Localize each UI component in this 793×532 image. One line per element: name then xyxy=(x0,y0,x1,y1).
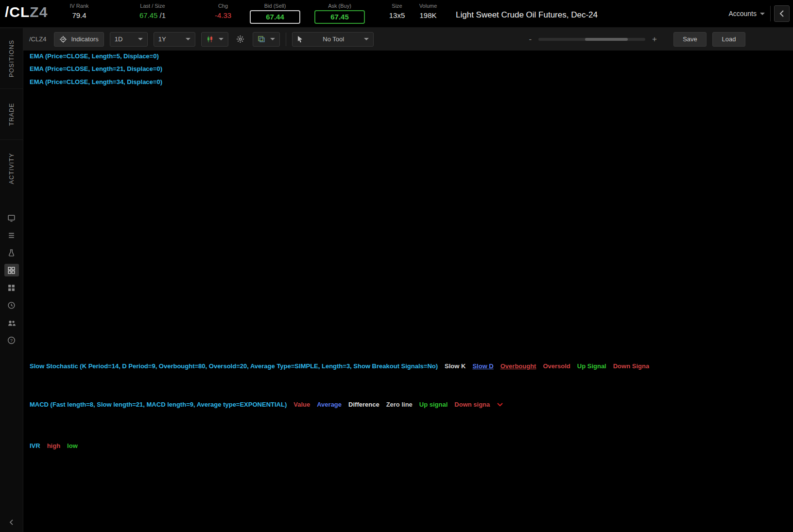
collapse-sidebar-icon[interactable] xyxy=(9,518,15,527)
collapse-panel-button[interactable] xyxy=(774,5,790,22)
tool-select[interactable]: No Tool xyxy=(292,32,374,47)
chart-type-select[interactable] xyxy=(201,32,228,47)
stochastic-label-row[interactable]: Slow Stochastic (K Period=14, D Period=9… xyxy=(30,362,649,370)
size-label: Size xyxy=(383,3,411,9)
layers-icon xyxy=(258,35,265,43)
stat-volume: Volume 198K xyxy=(411,3,445,19)
legend-slow-d: Slow D xyxy=(472,362,493,370)
legend-down-signal: Down Signa xyxy=(613,362,649,370)
toolbar-symbol: /CLZ4 xyxy=(29,35,46,43)
ema34-label[interactable]: EMA (Price=CLOSE, Length=34, Displace=0) xyxy=(30,78,162,86)
stochastic-title: Slow Stochastic (K Period=14, D Period=9… xyxy=(30,362,438,370)
volume-label: Volume xyxy=(411,3,445,9)
header-separator xyxy=(770,6,771,21)
legend-slow-k: Slow K xyxy=(445,362,465,370)
ema5-label[interactable]: EMA (Price=CLOSE, Length=5, Displace=0) xyxy=(30,52,159,60)
chg-value: -4.33 xyxy=(206,11,240,19)
iv-rank-value: 79.4 xyxy=(62,11,96,19)
quote-header: /CLZ4 IV Rank 79.4 Last / Size 67.45 /1 … xyxy=(0,0,793,28)
chevron-left-icon xyxy=(779,10,784,17)
chevron-down-icon xyxy=(219,38,224,40)
drawing-set-select[interactable] xyxy=(253,32,280,47)
timeframe-select[interactable]: 1D xyxy=(110,32,148,47)
volume-value: 198K xyxy=(411,11,445,19)
last-size-label: Last / Size xyxy=(130,3,175,9)
indicators-button[interactable]: Indicators xyxy=(54,32,103,47)
chevron-down-icon xyxy=(364,38,369,40)
ivr-label-row[interactable]: IVR high low xyxy=(30,442,78,449)
last-size-qty: /1 xyxy=(160,11,166,19)
grid-chart-icon[interactable] xyxy=(4,264,19,276)
size-value: 13x5 xyxy=(383,11,411,19)
chg-label: Chg xyxy=(206,3,240,9)
zoom-control: - + xyxy=(529,34,657,44)
range-value: 1Y xyxy=(158,35,166,43)
flask-icon[interactable] xyxy=(4,246,19,259)
load-button[interactable]: Load xyxy=(712,32,745,47)
symbol-suffix: Z4 xyxy=(30,4,48,20)
candlestick-icon xyxy=(206,35,214,43)
chart-toolbar: /CLZ4 Indicators 1D 1Y No Tool - xyxy=(23,28,793,51)
help-icon[interactable]: ? xyxy=(4,334,19,346)
stat-size: Size 13x5 xyxy=(383,3,411,19)
left-sidebar: POSITIONS TRADE ACTIVITY ? xyxy=(0,28,23,532)
ask-button[interactable]: 67.45 xyxy=(314,10,365,24)
legend-overbought: Overbought xyxy=(500,362,536,370)
stat-ask: Ask (Buy) 67.45 xyxy=(310,3,369,24)
legend-ivr-high: high xyxy=(47,442,60,449)
legend-zero-line: Zero line xyxy=(386,401,413,408)
tool-label: No Tool xyxy=(323,35,344,43)
accounts-label: Accounts xyxy=(728,10,757,17)
ema21-label[interactable]: EMA (Price=CLOSE, Length=21, Displace=0) xyxy=(30,65,162,72)
legend-macd-up-signal: Up signal xyxy=(419,401,448,408)
legend-macd-value: Value xyxy=(293,401,310,408)
zoom-in-button[interactable]: + xyxy=(652,34,657,44)
sidebar-tab-trade[interactable]: TRADE xyxy=(0,88,23,139)
chevron-down-icon xyxy=(138,38,143,40)
stat-iv-rank: IV Rank 79.4 xyxy=(62,3,96,19)
toolbar-divider xyxy=(286,33,286,46)
zoom-slider-thumb[interactable] xyxy=(585,38,628,41)
macd-title: MACD (Fast length=8, Slow length=21, MAC… xyxy=(30,401,287,408)
cursor-icon xyxy=(297,35,303,43)
stat-bid: Bid (Sell) 67.44 xyxy=(245,3,305,24)
ivr-title: IVR xyxy=(30,442,40,449)
legend-oversold: Oversold xyxy=(543,362,570,370)
list-icon[interactable] xyxy=(4,229,19,241)
ask-label: Ask (Buy) xyxy=(310,3,369,9)
legend-macd-down-signal: Down signa xyxy=(454,401,490,408)
zoom-out-button[interactable]: - xyxy=(529,34,532,44)
chevron-down-icon xyxy=(760,13,765,15)
legend-macd-difference: Difference xyxy=(348,401,379,408)
people-icon[interactable] xyxy=(4,316,19,329)
indicators-label: Indicators xyxy=(71,35,98,43)
bid-label: Bid (Sell) xyxy=(245,3,305,9)
squares-icon[interactable] xyxy=(4,281,19,294)
last-value: 67.45 xyxy=(139,11,158,19)
gear-icon[interactable] xyxy=(234,33,247,46)
sidebar-tab-activity[interactable]: ACTIVITY xyxy=(0,139,23,197)
sidebar-tab-positions[interactable]: POSITIONS xyxy=(0,28,23,88)
save-button[interactable]: Save xyxy=(673,32,707,47)
accounts-dropdown[interactable]: Accounts xyxy=(728,10,765,17)
monitor-icon[interactable] xyxy=(4,211,19,224)
sidebar-icon-stack: ? xyxy=(4,211,19,346)
stat-chg: Chg -4.33 xyxy=(206,3,240,19)
macd-label-row[interactable]: MACD (Fast length=8, Slow length=21, MAC… xyxy=(30,401,503,408)
chevron-down-icon xyxy=(186,38,190,40)
clock-icon[interactable] xyxy=(4,299,19,311)
legend-macd-average: Average xyxy=(317,401,342,408)
timeframe-value: 1D xyxy=(115,35,123,43)
contract-description: Light Sweet Crude Oil Futures, Dec-24 xyxy=(456,10,598,20)
stat-last-size: Last / Size 67.45 /1 xyxy=(130,3,175,19)
bid-button[interactable]: 67.44 xyxy=(250,10,300,24)
zoom-slider[interactable] xyxy=(538,38,645,41)
app-window: /CLZ4 IV Rank 79.4 Last / Size 67.45 /1 … xyxy=(0,0,793,532)
symbol-title: /CLZ4 xyxy=(5,4,48,20)
chevron-down-icon xyxy=(270,38,275,40)
symbol-root: /CL xyxy=(5,4,30,20)
iv-rank-label: IV Rank xyxy=(62,3,96,9)
range-select[interactable]: 1Y xyxy=(154,32,195,47)
legend-ivr-low: low xyxy=(67,442,78,449)
chevron-down-icon[interactable] xyxy=(497,402,503,407)
